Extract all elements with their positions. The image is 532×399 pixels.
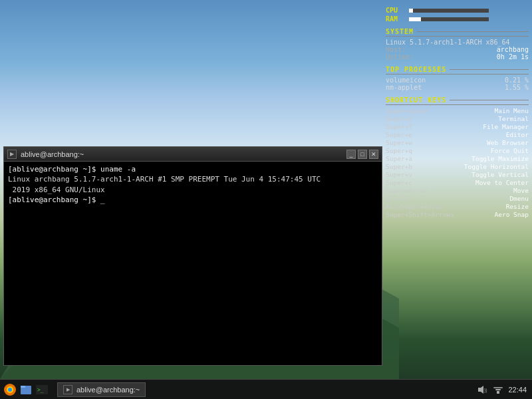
- term-line-3: [ablive@archbang ~]$ _: [8, 195, 378, 205]
- svg-rect-13: [493, 387, 503, 388]
- shortcut-row-11: Alt+F3 Dmenu: [386, 195, 529, 202]
- shortcut-row-9: Super+c Move to Center: [386, 179, 529, 186]
- svg-rect-6: [21, 386, 25, 388]
- term-line-2: 2019 x86_64 GNU/Linux: [8, 185, 378, 195]
- process-pct-0: 0.21 %: [505, 76, 529, 84]
- system-section: SYSTEM Linux 5.1.7-arch1-1-ARCH x86_64 H…: [386, 28, 529, 61]
- svg-rect-11: [497, 391, 499, 394]
- shortcut-keys-header: SHORTCUT KEYS: [386, 96, 529, 105]
- system-panel: CPU RAM SYSTEM Linux 5.1.7-arch1-1-ARCH …: [386, 7, 529, 223]
- terminal-title: ablive@archbang:~: [21, 150, 346, 158]
- taskbar-window-button[interactable]: ▶ ablive@archbang:~: [57, 382, 146, 397]
- terminal-window: ▶ ablive@archbang:~ _ □ ✕ [ablive@archba…: [3, 146, 382, 366]
- taskbar-tray: )) 22:44: [471, 384, 532, 396]
- ram-bar-fill: [409, 17, 421, 21]
- cpu-section: CPU RAM: [386, 7, 529, 23]
- shortcut-row-8: Super+v Toggle Vertical: [386, 171, 529, 178]
- close-button[interactable]: ✕: [369, 150, 378, 159]
- shortcut-row-4: Super+w Web Browser: [386, 139, 529, 146]
- shortcut-row-6: Super+a Toggle Maximize: [386, 155, 529, 162]
- process-name-0: volumeicon: [386, 76, 426, 84]
- taskbar: >_ ▶ ablive@archbang:~ )): [0, 379, 532, 399]
- svg-text:>_: >_: [37, 387, 44, 393]
- system-header: SYSTEM: [386, 28, 529, 37]
- svg-marker-9: [478, 386, 483, 394]
- cpu-label: CPU: [386, 7, 406, 14]
- terminal-body[interactable]: [ablive@archbang ~]$ uname -a Linux arch…: [4, 162, 382, 365]
- top-processes-section: TOP PROCESSES volumeicon 0.21 % nm-apple…: [386, 66, 529, 91]
- maximize-button[interactable]: □: [358, 150, 367, 159]
- system-uptime-row: Uptime: 0h 2m 1s: [386, 53, 529, 61]
- svg-rect-12: [495, 389, 501, 390]
- shortcut-keys-section: SHORTCUT KEYS Super+space Main Menu Supe…: [386, 96, 529, 218]
- term-line-1: Linux archbang 5.1.7-arch1-1-ARCH #1 SMP…: [8, 174, 378, 184]
- terminal-window-icon: ▶: [7, 150, 17, 159]
- taskbar-window-app-icon: ▶: [63, 385, 72, 394]
- ram-bar-container: [409, 17, 489, 21]
- shortcut-row-1: Super+t Terminal: [386, 115, 529, 122]
- minimize-button[interactable]: _: [346, 150, 356, 159]
- svg-text:)): )): [484, 388, 487, 393]
- terminal-titlebar: ▶ ablive@archbang:~ _ □ ✕: [4, 147, 382, 162]
- svg-point-4: [8, 388, 12, 392]
- shortcut-row-7: Super+h Toggle Horizontal: [386, 163, 529, 170]
- uptime-label: Uptime:: [386, 53, 414, 61]
- taskbar-left: >_: [0, 382, 52, 397]
- cpu-bar-fill: [409, 9, 413, 13]
- host-label: Host:: [386, 46, 406, 53]
- shortcut-row-12: Alt+Super+Arrow Resize: [386, 203, 529, 210]
- shortcut-row-5: Super+q Force Quit: [386, 147, 529, 154]
- desktop: CPU RAM SYSTEM Linux 5.1.7-arch1-1-ARCH …: [0, 0, 532, 399]
- shortcut-row-3: Super+e Editor: [386, 131, 529, 138]
- taskbar-window-title: ablive@archbang:~: [76, 386, 140, 394]
- uptime-value: 0h 2m 1s: [497, 53, 529, 61]
- shortcut-row-13: Super+Shift+Arrows Aero Snap: [386, 211, 529, 218]
- network-icon[interactable]: [492, 384, 504, 396]
- system-host-row: Host: archbang: [386, 46, 529, 53]
- volume-icon[interactable]: )): [476, 384, 488, 396]
- shortcut-row-0: Super+space Main Menu: [386, 107, 529, 114]
- terminal-taskbar-icon[interactable]: >_: [35, 382, 49, 397]
- firefox-icon[interactable]: [3, 382, 17, 397]
- shortcut-row-10: Super+Arrow Move: [386, 187, 529, 194]
- system-kernel: Linux 5.1.7-arch1-1-ARCH x86_64: [386, 39, 529, 46]
- top-processes-header: TOP PROCESSES: [386, 66, 529, 74]
- process-row-0: volumeicon 0.21 %: [386, 76, 529, 84]
- cpu-bar-container: [409, 9, 489, 13]
- process-row-1: nm-applet 1.55 %: [386, 84, 529, 91]
- process-name-1: nm-applet: [386, 84, 422, 91]
- host-value: archbang: [497, 46, 529, 53]
- term-line-0: [ablive@archbang ~]$ uname -a: [8, 164, 378, 174]
- files-icon[interactable]: [19, 382, 33, 397]
- process-pct-1: 1.55 %: [505, 84, 529, 91]
- system-clock: 22:44: [508, 386, 527, 394]
- ram-label: RAM: [386, 15, 406, 23]
- terminal-controls: _ □ ✕: [346, 150, 378, 159]
- shortcut-row-2: Super+f File Manager: [386, 123, 529, 130]
